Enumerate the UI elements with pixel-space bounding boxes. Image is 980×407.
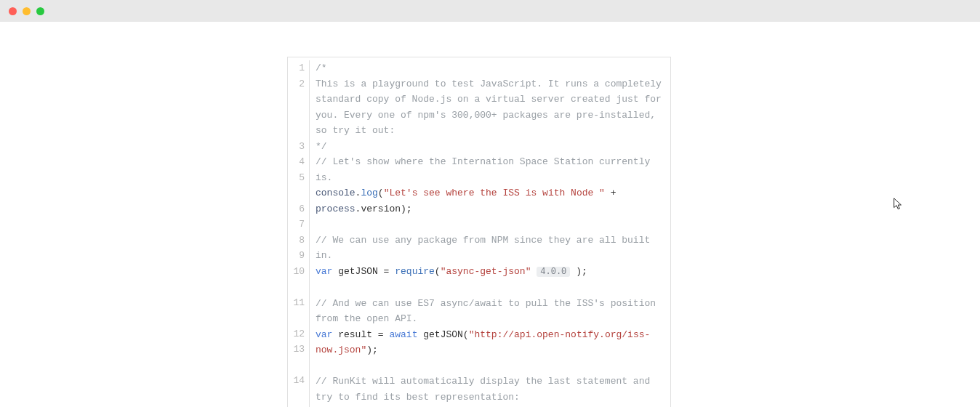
code-token: // And we can use ES7 async/await to pul…: [316, 298, 662, 325]
code-token: );: [401, 204, 412, 214]
code-token: process: [316, 204, 356, 214]
line-number: 9: [288, 248, 305, 264]
line-number: 5: [288, 170, 305, 186]
line-number: 4: [288, 154, 305, 170]
line-number: [288, 310, 305, 326]
line-number: [288, 92, 305, 108]
line-number: 8: [288, 233, 305, 249]
window-titlebar: [0, 0, 980, 22]
line-number: [288, 279, 305, 295]
code-token: );: [366, 344, 378, 355]
code-token: var: [316, 266, 332, 277]
code-token: "async-get-json": [441, 266, 531, 277]
line-number: 6: [288, 201, 305, 217]
line-number: 2: [288, 76, 305, 92]
code-token: result =: [332, 329, 389, 340]
line-number: 10: [288, 264, 305, 280]
line-number: [288, 185, 305, 201]
line-number: [288, 108, 305, 124]
code-token: */: [316, 141, 327, 152]
code-token: This is a playground to test JavaScript.…: [316, 78, 667, 137]
code-token: console: [316, 188, 356, 198]
line-number: 14: [288, 373, 305, 389]
line-number: 13: [288, 342, 305, 358]
code-token: );: [576, 266, 587, 277]
code-token: getJSON(: [417, 329, 468, 340]
code-area[interactable]: /* This is a playground to test JavaScri…: [310, 60, 670, 407]
code-token: // We can use any package from NPM since…: [316, 235, 656, 262]
line-number: 11: [288, 295, 305, 311]
line-number: [288, 123, 305, 139]
code-token: (: [435, 266, 441, 277]
line-number: 1: [288, 60, 305, 76]
code-token: // Let's show where the Internation Spac…: [316, 156, 656, 183]
code-token: log: [361, 188, 377, 198]
code-token: /*: [316, 63, 327, 73]
code-token: getJSON =: [332, 266, 395, 277]
code-token: // RunKit will automatically display the…: [316, 376, 656, 403]
line-number: 7: [288, 217, 305, 233]
window-maximize-icon[interactable]: [36, 7, 44, 15]
code-token: version: [361, 204, 401, 214]
line-number-gutter: 1 2 3 4 5 6 7 8 9 10 11 12 13 14: [288, 60, 310, 407]
line-number: [288, 358, 305, 374]
window-minimize-icon[interactable]: [23, 7, 31, 15]
package-version-badge[interactable]: 4.0.0: [537, 267, 570, 277]
mouse-cursor-icon: [893, 198, 904, 212]
code-token: (: [378, 188, 384, 198]
code-token: var: [316, 329, 332, 340]
code-token: +: [605, 188, 622, 198]
window-close-icon[interactable]: [9, 7, 17, 15]
code-token: await: [389, 329, 417, 340]
code-token: require: [395, 266, 435, 277]
line-number: 3: [288, 139, 305, 155]
line-number: 12: [288, 326, 305, 342]
code-token: "Let's see where the ISS is with Node ": [384, 188, 605, 198]
code-editor[interactable]: 1 2 3 4 5 6 7 8 9 10 11 12 13 14 /* This…: [287, 57, 671, 407]
